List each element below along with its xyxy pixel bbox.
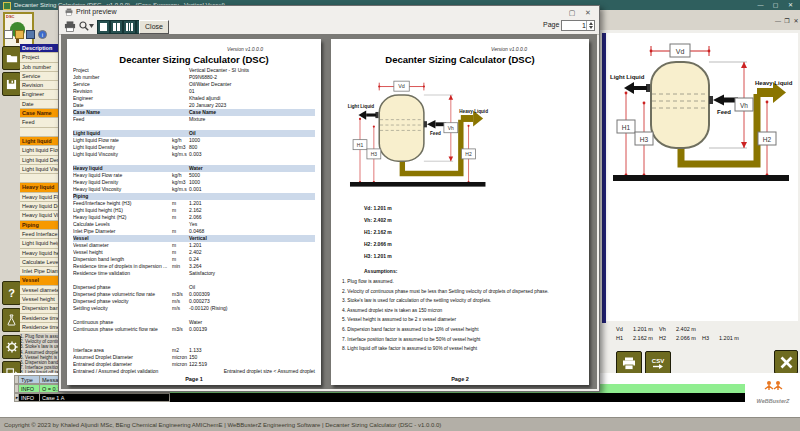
sidebar-row[interactable]: Light liquid height	[20, 239, 60, 248]
sidebar-row[interactable]	[20, 174, 60, 183]
assumption-line: 1. Plug flow is assumed.	[342, 277, 584, 287]
assumption-line: 5. Vessel height is assumed to be 2 x ve…	[342, 315, 584, 325]
sidebar-row[interactable]: Heavy liquid Viscosity	[20, 211, 60, 220]
sidebar-row[interactable]: Revision	[20, 81, 60, 90]
sidebar-row[interactable]	[20, 128, 60, 137]
page-spinner[interactable]: 1	[561, 20, 595, 31]
report-row: Dispersed phase velocitym/s0.000273	[73, 298, 315, 305]
sidebar-row[interactable]: Residence time of droplets	[20, 314, 60, 323]
sidebar-row[interactable]: Feed	[20, 118, 60, 127]
child-restore-icon[interactable]: ❐	[783, 17, 791, 25]
sidebar-row[interactable]: Light liquid Viscosity	[20, 165, 60, 174]
sidebar-row[interactable]: Heavy liquid Density	[20, 202, 60, 211]
print-button[interactable]	[63, 20, 77, 32]
flask-icon	[6, 314, 17, 326]
log-row[interactable]: ►INFOCase 1 A	[14, 393, 745, 402]
view-1-pages-button[interactable]	[97, 20, 110, 34]
sidebar-row[interactable]: Residence time validation	[20, 323, 60, 332]
preview-area[interactable]: Version v1.0.0.0 Decanter Sizing Calcula…	[61, 34, 597, 389]
sidebar-row[interactable]: Inlet Pipe Diameter	[20, 267, 60, 276]
copyright-text: Copyright © 2023 by Khaled Aljundi MSc, …	[4, 422, 441, 428]
sidebar-row[interactable]: Service	[20, 72, 60, 81]
report-version: Version v1.0.0.0	[227, 46, 263, 52]
sidebar-row[interactable]: Case Name	[20, 109, 60, 118]
preview-close-icon[interactable]: ✕	[583, 8, 593, 17]
view-2-pages-button[interactable]	[110, 20, 123, 34]
report-row: Feed/Interface height (H3)m1.201	[73, 200, 315, 207]
question-icon: ?	[8, 287, 15, 299]
sidebar-row[interactable]: Light liquid Flow rate	[20, 146, 60, 155]
diagram-canvas	[606, 33, 798, 321]
sidebar-row[interactable]: Heavy liquid Flow rate	[20, 193, 60, 202]
new-file-icon[interactable]	[4, 30, 13, 39]
x-icon	[780, 356, 793, 369]
sidebar-assumption-line: 3. Stoke's law is used for calculation o…	[20, 344, 60, 349]
sidebar-row[interactable]: Feed Interface height	[20, 230, 60, 239]
preview-title: Print preview	[76, 6, 116, 18]
sidebar-row[interactable]: Job number	[20, 63, 60, 72]
report-row-blank	[73, 277, 315, 284]
csv-export-button[interactable]: CSV	[645, 351, 671, 375]
report-row: Heavy liquid height (H2)m2.066	[73, 214, 315, 221]
close-icon[interactable]: ✕	[785, 1, 796, 9]
settings-button[interactable]	[2, 335, 21, 359]
assumption-line: 2. Velocity of continuous phase must be …	[342, 287, 584, 297]
report-row: ProjectVertical Decanter - SI Units	[73, 67, 315, 74]
page1-footer: Page 1	[67, 376, 321, 382]
report-row: Entrained / Assumed droplet validationEn…	[73, 368, 315, 375]
report-row: Dispersed phaseOil	[73, 284, 315, 291]
open-case-button[interactable]	[2, 46, 21, 70]
report-title: Decanter Sizing Calculator (DSC)	[67, 54, 321, 65]
print-results-button[interactable]	[616, 351, 642, 375]
sidebar-row[interactable]: Dispersion band length	[20, 304, 60, 313]
open-file-icon[interactable]	[15, 30, 24, 39]
sidebar-row[interactable]: Project	[20, 53, 60, 62]
floppy-icon	[6, 79, 17, 90]
assumption-line: 8. Light liquid off take factor is assum…	[342, 344, 584, 354]
sidebar-row[interactable]: Vessel	[20, 276, 60, 285]
close-case-button[interactable]	[774, 350, 798, 374]
sidebar-row[interactable]: Date	[20, 100, 60, 109]
sidebar-row[interactable]: Heavy liquid height	[20, 249, 60, 258]
report-row: Vessel heightm2.402	[73, 249, 315, 256]
info-icon[interactable]: i	[38, 30, 47, 39]
sidebar-row[interactable]: Calculate Levels	[20, 258, 60, 267]
sidebar-row[interactable]: Vessel height	[20, 295, 60, 304]
child-minimize-icon[interactable]: —	[774, 17, 782, 25]
child-close-icon[interactable]: ✕	[792, 17, 800, 25]
csv-arrow-icon	[653, 364, 663, 369]
save-file-icon[interactable]	[26, 30, 35, 39]
report-row: Vessel diameterm1.201	[73, 242, 315, 249]
help-button[interactable]: ?	[2, 281, 21, 305]
assumption-line: 3. Stoke's law is used for calculation o…	[342, 296, 584, 306]
preview-close-button[interactable]: Close	[139, 20, 169, 34]
spinner-arrows[interactable]	[586, 21, 594, 30]
sidebar-row[interactable]: Engineer	[20, 90, 60, 99]
sidebar-row[interactable]: Light liquid	[20, 137, 60, 146]
report-row: Interface aream21.133	[73, 347, 315, 354]
report-section-header: VesselVertical	[73, 235, 315, 242]
sidebar-row[interactable]: Description	[20, 44, 60, 53]
report-row: EngineerKhaled aljundi	[73, 95, 315, 102]
flask-button[interactable]	[2, 308, 21, 332]
report-row: Residence time validationSatisfactory	[73, 270, 315, 277]
preview-maximize-icon[interactable]: ▢	[567, 8, 577, 17]
minimize-ic[interactable]: —	[755, 1, 766, 9]
save-case-button[interactable]	[2, 72, 21, 96]
preview-toolbar: Close Page 1	[59, 18, 599, 35]
report-row: Light liquid Densitykg/m3800	[73, 144, 315, 151]
sidebar-row[interactable]: Piping	[20, 221, 60, 230]
assumptions-title: Assumptions:	[364, 268, 397, 274]
report-row: Entrained droplet diametermicron122.519	[73, 361, 315, 368]
assumptions-list: 1. Plug flow is assumed.2. Velocity of c…	[342, 277, 584, 354]
report-row: Assumed Droplet Diametermicron150	[73, 354, 315, 361]
report-page-1: Version v1.0.0.0 Decanter Sizing Calcula…	[67, 39, 321, 385]
report-row: Heavy liquid Densitykg/m31000	[73, 179, 315, 186]
maximize-icon[interactable]: ▢	[770, 1, 781, 9]
report-row: Calculate LevelsYes	[73, 221, 315, 228]
sidebar-row[interactable]: Light liquid Density	[20, 156, 60, 165]
sidebar-row[interactable]: Vessel diameter	[20, 286, 60, 295]
zoom-button[interactable]	[78, 20, 95, 32]
sidebar-row[interactable]: Heavy liquid	[20, 183, 60, 192]
view-3-pages-button[interactable]	[123, 20, 136, 34]
